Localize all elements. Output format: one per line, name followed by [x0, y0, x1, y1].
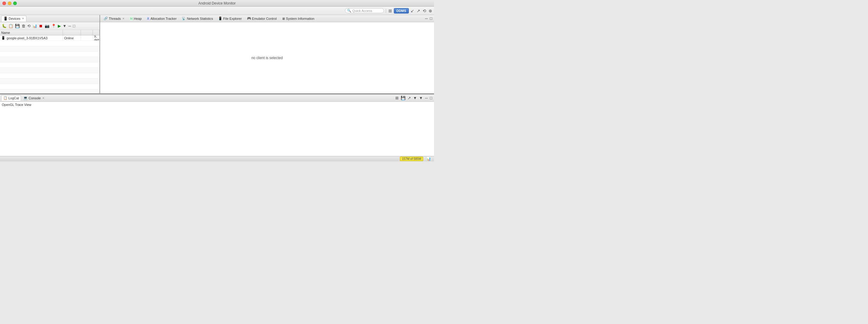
- heap-label: Heap: [134, 17, 142, 21]
- empty-row: [0, 79, 99, 84]
- emulator-label: Emulator Control: [252, 17, 277, 21]
- dump-btn[interactable]: 💾: [14, 23, 20, 29]
- right-panel-maximize[interactable]: □: [429, 16, 433, 21]
- tab-threads[interactable]: 🔗 Threads ✕: [101, 16, 127, 21]
- tab-file-explorer[interactable]: 📱 File Explorer: [216, 16, 244, 21]
- bottom-content: OpenGL Trace View: [0, 102, 434, 156]
- device-col3-cell: [81, 35, 93, 40]
- bottom-toolbar-right: ⊞ 💾 ↗ ▼ ▼ ─ □: [395, 95, 433, 100]
- debug-btn[interactable]: 🐛: [1, 23, 7, 29]
- devices-tab-label: Devices: [9, 17, 20, 21]
- search-icon: 🔍: [347, 9, 351, 12]
- logcat-label: LogCat: [8, 96, 19, 100]
- bottom-minimize-btn[interactable]: ─: [425, 95, 428, 100]
- devices-panel: 📱 Devices ✕ 🐛 📋 💾 🗑 ⟲ 📊 ⏹ 📷 📍 ▶ ▼ ─ □ Na…: [0, 15, 100, 93]
- right-panel: 🔗 Threads ✕ H Heap A Allocation Tracker …: [100, 15, 434, 93]
- toolbar-icon-3[interactable]: ⟲: [422, 8, 427, 14]
- device-name: google-pixel_3-91BX1VSA3: [7, 36, 48, 40]
- main-area: 📱 Devices ✕ 🐛 📋 💾 🗑 ⟲ 📊 ⏹ 📷 📍 ▶ ▼ ─ □ Na…: [0, 15, 434, 94]
- close-button[interactable]: [2, 1, 6, 5]
- tab-allocation-tracker[interactable]: A Allocation Tracker: [145, 16, 179, 21]
- right-panel-resize-controls: ─ □: [425, 16, 433, 21]
- minus-btn[interactable]: ─: [68, 23, 72, 29]
- start-btn[interactable]: ▶: [57, 23, 61, 29]
- memory-indicator: 157M of 585M: [400, 156, 423, 161]
- console-label: Console: [29, 96, 40, 100]
- device-name-cell: 📱 google-pixel_3-91BX1VSA3: [0, 35, 63, 40]
- right-panel-content: no client is selected: [100, 22, 434, 93]
- bottom-panel: 📋 LogCat 💻 Console ✕ ⊞ 💾 ↗ ▼ ▼ ─ □ OpenG…: [0, 94, 434, 156]
- main-toolbar: 🔍 Quick Access ⊞ DDMS ↙ ↗ ⟲ ⊕: [0, 7, 434, 15]
- bottom-tab-bar: 📋 LogCat 💻 Console ✕ ⊞ 💾 ↗ ▼ ▼ ─ □: [0, 94, 434, 102]
- sysinfo-label: System Information: [286, 17, 314, 21]
- table-row[interactable]: 📱 google-pixel_3-91BX1VSA3 Online 9, deb…: [0, 35, 99, 41]
- quick-access-search[interactable]: 🔍 Quick Access: [345, 8, 384, 13]
- ddms-button[interactable]: DDMS: [394, 8, 409, 13]
- right-panel-minimize[interactable]: ─: [425, 16, 428, 21]
- device-info-cell: 9, debug: [93, 35, 99, 40]
- device-status-cell: Online: [63, 35, 81, 40]
- devices-tab[interactable]: 📱 Devices ✕: [1, 16, 26, 22]
- tab-network-statistics[interactable]: 📡 Network Statistics: [179, 16, 215, 21]
- toolbar-icon-1[interactable]: ↙: [410, 8, 415, 14]
- col-debug: [93, 30, 99, 35]
- app-title: Android Device Monitor: [198, 1, 236, 5]
- allocation-label: Allocation Tracker: [151, 17, 177, 21]
- heap-update-btn[interactable]: 📊: [32, 23, 38, 29]
- file-label: File Explorer: [223, 17, 242, 21]
- bottom-view2-btn[interactable]: ▼: [418, 95, 424, 100]
- minimize-button[interactable]: [8, 1, 11, 5]
- empty-row: [0, 62, 99, 68]
- devices-toolbar: 🐛 📋 💾 🗑 ⟲ 📊 ⏹ 📷 📍 ▶ ▼ ─ □: [0, 22, 99, 30]
- file-icon: 📱: [218, 17, 222, 21]
- device-table: Name 📱 google-pixel_3-91BX1VSA3 Online 9…: [0, 30, 99, 93]
- thread-update-btn[interactable]: ⟲: [27, 23, 31, 29]
- devices-tab-close[interactable]: ✕: [22, 17, 24, 20]
- bottom-add-btn[interactable]: ⊞: [395, 95, 399, 100]
- window-controls: [2, 1, 17, 5]
- location-btn[interactable]: 📍: [51, 23, 57, 29]
- more-btn[interactable]: ▼: [62, 23, 67, 29]
- toolbar-icon-4[interactable]: ⊕: [428, 8, 433, 14]
- console-close[interactable]: ✕: [42, 97, 45, 99]
- bottom-export-btn[interactable]: ↗: [407, 95, 411, 100]
- console-icon: 💻: [23, 96, 28, 100]
- threads-close[interactable]: ✕: [122, 17, 125, 20]
- bottom-view-btn[interactable]: ▼: [412, 95, 417, 100]
- maximize-panel-btn[interactable]: □: [72, 23, 76, 29]
- empty-row: [0, 57, 99, 62]
- status-bar-btn[interactable]: 📊: [426, 156, 432, 161]
- heap-icon: H: [130, 17, 133, 21]
- empty-row: [0, 41, 99, 46]
- tab-emulator-control[interactable]: 🎮 Emulator Control: [245, 16, 279, 21]
- status-bar: 157M of 585M 📊: [0, 156, 434, 161]
- clipboard-btn[interactable]: 📋: [8, 23, 14, 29]
- threads-icon: 🔗: [104, 17, 108, 21]
- toolbar-separator: [386, 9, 386, 13]
- tab-console[interactable]: 💻 Console ✕: [22, 95, 46, 100]
- bottom-maximize-btn[interactable]: □: [429, 95, 433, 100]
- col-name: Name: [0, 30, 63, 35]
- perspective-button[interactable]: ⊞: [388, 8, 393, 14]
- bottom-save-btn[interactable]: 💾: [400, 95, 406, 100]
- tab-system-information[interactable]: 🖥 System Information: [279, 16, 317, 21]
- gc-btn[interactable]: 🗑: [21, 23, 26, 29]
- screenshot-btn[interactable]: 📷: [44, 23, 50, 29]
- network-label: Network Statistics: [187, 17, 213, 21]
- empty-row: [0, 89, 99, 93]
- toolbar-icon-2[interactable]: ↗: [416, 8, 421, 14]
- tab-heap[interactable]: H Heap: [127, 16, 144, 21]
- title-bar: Android Device Monitor: [0, 0, 434, 7]
- tab-logcat[interactable]: 📋 LogCat: [1, 95, 21, 101]
- threads-label: Threads: [109, 17, 121, 21]
- no-client-message: no client is selected: [251, 56, 283, 60]
- empty-row: [0, 46, 99, 52]
- emulator-icon: 🎮: [247, 17, 251, 21]
- sysinfo-icon: 🖥: [282, 17, 285, 21]
- empty-row: [0, 73, 99, 79]
- device-icon: 📱: [1, 36, 5, 40]
- search-placeholder: Quick Access: [352, 9, 372, 12]
- col-status: [63, 30, 81, 35]
- maximize-button[interactable]: [13, 1, 17, 5]
- stop-btn[interactable]: ⏹: [38, 23, 43, 29]
